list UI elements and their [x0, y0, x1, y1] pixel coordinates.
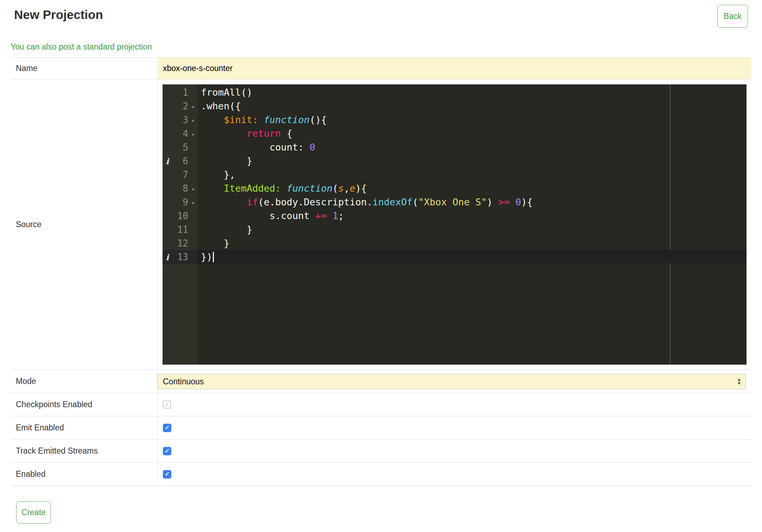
- checkpoints-enabled-checkbox: [163, 400, 171, 409]
- create-button[interactable]: Create: [16, 501, 51, 524]
- line-number: 13: [172, 252, 188, 262]
- code-token: >=: [498, 197, 510, 207]
- code-token: ): [487, 197, 499, 207]
- code-line[interactable]: count: 0: [198, 140, 747, 154]
- editor-gutter: 12345678910111213: [163, 84, 198, 365]
- code-token: .when({: [201, 101, 241, 111]
- name-row: Name: [11, 58, 751, 79]
- code-line[interactable]: }: [198, 223, 747, 236]
- source-label: Source: [11, 79, 158, 370]
- code-line[interactable]: ItemAdded: function(s,e){: [198, 181, 747, 195]
- emit-value-cell: [158, 416, 751, 439]
- code-token: function: [287, 183, 332, 194]
- code-line[interactable]: return {: [198, 127, 747, 140]
- code-token: ){: [521, 197, 533, 207]
- name-input[interactable]: [158, 58, 751, 79]
- line-number: 10: [172, 211, 188, 221]
- line-number: 8: [172, 183, 188, 194]
- projection-form: Name Source 12345678910111213 fromAll().…: [11, 57, 751, 486]
- code-line[interactable]: },: [198, 168, 747, 181]
- code-token: [201, 183, 224, 194]
- gutter-line: 2: [163, 99, 198, 113]
- fold-arrow-icon[interactable]: [188, 198, 198, 206]
- gutter-fold-spacer: [188, 147, 198, 148]
- select-arrows-icon: [737, 378, 741, 385]
- track-emitted-streams-checkbox[interactable]: [163, 447, 171, 455]
- code-token: [281, 183, 287, 194]
- code-token: e: [350, 183, 355, 194]
- code-line[interactable]: }): [198, 250, 747, 264]
- code-token: 0: [515, 197, 521, 207]
- code-token: 1: [332, 210, 338, 221]
- editor-code-area[interactable]: fromAll().when({ $init: function(){ retu…: [198, 84, 747, 365]
- line-number: 6: [172, 156, 188, 166]
- back-button[interactable]: Back: [717, 5, 748, 28]
- code-token: [201, 114, 224, 125]
- mode-select[interactable]: Continuous: [158, 374, 746, 389]
- mode-select-value: Continuous: [163, 377, 204, 386]
- new-projection-page: New Projection Back You can also post a …: [0, 0, 762, 531]
- source-code-editor[interactable]: 12345678910111213 fromAll().when({ $init…: [163, 84, 747, 365]
- code-token: ItemAdded:: [224, 183, 281, 194]
- standard-projection-link[interactable]: You can also post a standard projection: [11, 42, 152, 51]
- track-emitted-streams-label: Track Emitted Streams: [11, 440, 158, 462]
- gutter-fold-spacer: [188, 229, 198, 230]
- source-row: Source 12345678910111213 fromAll().when(…: [11, 79, 751, 370]
- code-line[interactable]: s.count += 1;: [198, 209, 747, 223]
- emit-enabled-label: Emit Enabled: [11, 416, 158, 439]
- fold-arrow-icon[interactable]: [188, 184, 198, 193]
- code-token: return: [247, 128, 281, 139]
- gutter-line: 3: [163, 113, 198, 127]
- line-number: 4: [172, 128, 188, 139]
- code-line[interactable]: if(e.body.Description.indexOf("Xbox One …: [198, 195, 747, 209]
- gutter-line: 9: [163, 195, 198, 209]
- name-value-cell: [158, 58, 751, 79]
- page-header: New Projection Back: [11, 0, 751, 25]
- emit-enabled-checkbox[interactable]: [163, 424, 171, 432]
- mode-row: Mode Continuous: [11, 370, 751, 393]
- line-number: 1: [172, 87, 188, 98]
- code-token: count:: [201, 142, 310, 153]
- code-token: ;: [338, 210, 344, 221]
- info-annotation-icon: [163, 252, 172, 262]
- code-token: function: [264, 114, 310, 125]
- code-line[interactable]: }: [198, 236, 747, 250]
- code-token: $init:: [224, 114, 258, 125]
- emit-enabled-row: Emit Enabled: [11, 416, 751, 440]
- code-token: (){: [310, 114, 327, 125]
- code-token: indexOf: [373, 197, 413, 207]
- code-line[interactable]: $init: function(){: [198, 113, 747, 127]
- fold-arrow-icon[interactable]: [188, 116, 198, 124]
- source-value-cell: 12345678910111213 fromAll().when({ $init…: [158, 79, 751, 370]
- gutter-fold-spacer: [188, 256, 198, 258]
- code-token: s.count: [201, 210, 315, 221]
- line-number: 2: [172, 101, 188, 111]
- text-cursor: [213, 252, 214, 262]
- code-line[interactable]: }: [198, 154, 747, 168]
- editor-code-lines: fromAll().when({ $init: function(){ retu…: [198, 85, 747, 264]
- gutter-line: 7: [163, 168, 198, 181]
- enabled-checkbox[interactable]: [163, 470, 171, 479]
- line-number: 11: [172, 224, 188, 235]
- code-token: [201, 197, 247, 207]
- gutter-line: 8: [163, 181, 198, 195]
- checkpoints-value-cell: [158, 393, 751, 416]
- gutter-fold-spacer: [188, 215, 198, 217]
- code-line[interactable]: fromAll(): [198, 85, 747, 99]
- checkpoints-enabled-label: Checkpoints Enabled: [11, 393, 158, 416]
- page-title: New Projection: [14, 8, 751, 22]
- code-token: +=: [315, 210, 327, 221]
- checkpoints-enabled-row: Checkpoints Enabled: [11, 393, 751, 416]
- gutter-line: 13: [163, 250, 198, 264]
- line-number: 12: [172, 238, 188, 249]
- gutter-fold-spacer: [188, 243, 198, 244]
- code-token: 0: [310, 142, 315, 153]
- fold-arrow-icon[interactable]: [188, 102, 198, 110]
- gutter-line: 11: [163, 223, 198, 236]
- fold-arrow-icon[interactable]: [188, 129, 198, 138]
- code-token: }): [201, 251, 212, 262]
- line-number: 7: [172, 169, 188, 180]
- code-line[interactable]: .when({: [198, 99, 747, 113]
- gutter-line: 6: [163, 154, 198, 168]
- code-token: s: [338, 183, 344, 194]
